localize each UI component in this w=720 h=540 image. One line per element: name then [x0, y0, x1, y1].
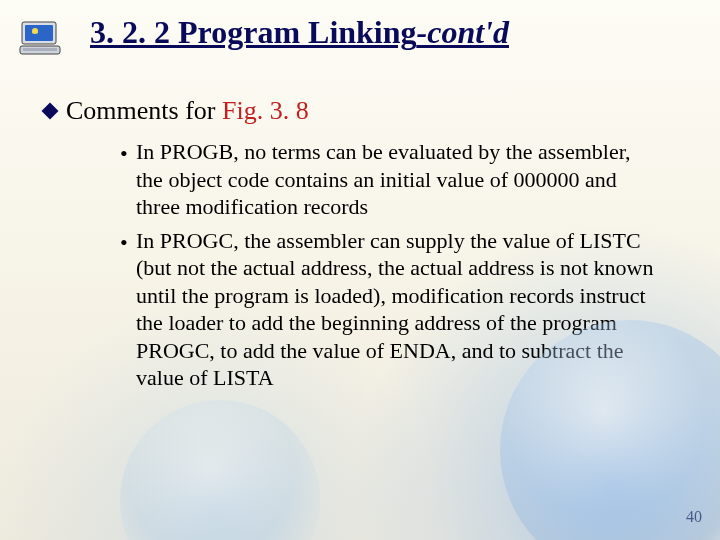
bullet-text: In PROGC, the assembler can supply the v… [136, 227, 660, 392]
list-item: • In PROGB, no terms can be evaluated by… [120, 138, 660, 221]
diamond-bullet-icon [42, 103, 59, 120]
comments-prefix: Comments for [66, 96, 222, 125]
computer-icon [18, 18, 66, 58]
sublist: • In PROGB, no terms can be evaluated by… [120, 138, 660, 392]
svg-rect-1 [25, 25, 53, 41]
bullet-text: In PROGB, no terms can be evaluated by t… [136, 138, 660, 221]
title-main: 3. 2. 2 Program Linking [90, 14, 417, 50]
slide-title: 3. 2. 2 Program Linking-cont'd [90, 14, 509, 51]
body: Comments for Fig. 3. 8 • In PROGB, no te… [44, 96, 680, 398]
dot-bullet-icon: • [120, 229, 126, 257]
page-number: 40 [686, 508, 702, 526]
level1-text: Comments for Fig. 3. 8 [66, 96, 309, 126]
dot-bullet-icon: • [120, 140, 126, 168]
figure-reference: Fig. 3. 8 [222, 96, 309, 125]
slide: 3. 2. 2 Program Linking-cont'd Comments … [0, 0, 720, 540]
title-contd: -cont'd [417, 14, 509, 50]
svg-point-2 [32, 28, 38, 34]
globe-decoration [120, 400, 320, 540]
list-item: • In PROGC, the assembler can supply the… [120, 227, 660, 392]
level1-item: Comments for Fig. 3. 8 [44, 96, 680, 126]
svg-rect-4 [23, 48, 57, 51]
